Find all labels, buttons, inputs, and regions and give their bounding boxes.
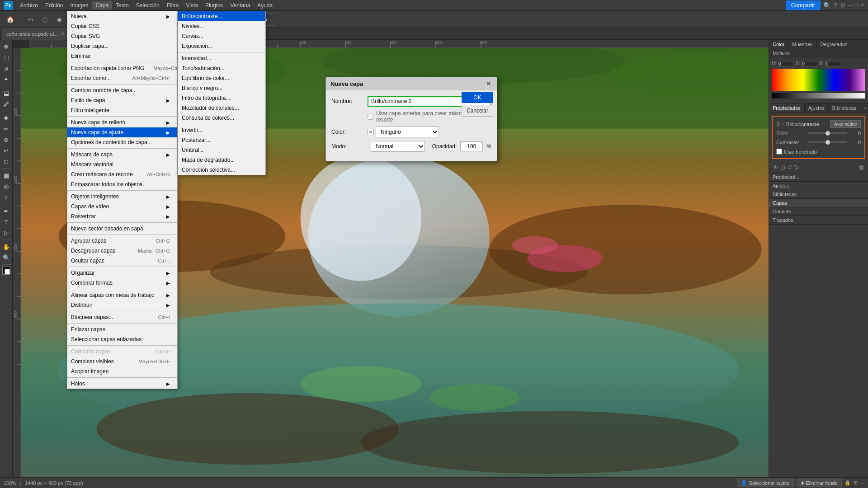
dm-combinar-visibles[interactable]: Combinar visiblesMayús+Ctrl+E [67,357,177,366]
sub-correccion[interactable]: Corrección selectiva... [178,165,265,175]
name-label: Nombre: [331,98,368,104]
sub-posterizar[interactable]: Posterizar... [178,135,265,145]
sub-sep2 [178,124,265,124]
dm-seleccionar-enlazadas[interactable]: Seleccionar capas enlazadas [67,334,177,344]
ok-button[interactable]: OK [462,92,493,103]
dialog-close-btn[interactable]: ✕ [485,80,492,87]
arrow-organizar: ▶ [166,271,170,276]
opacity-unit: % [486,143,491,150]
arrow-objetos: ▶ [166,194,170,199]
sub-umbral[interactable]: Umbral... [178,145,265,155]
dm-export-as[interactable]: Exportar como...Alt+Mayús+Ctrl+' [67,73,177,83]
sep3 [67,116,177,117]
sub-invertir[interactable]: Invertir... [178,125,265,135]
sub-mapa[interactable]: Mapa de degradado... [178,155,265,165]
arrow-mascara: ▶ [166,152,170,157]
sep9 [67,289,177,289]
arrow-nueva: ▶ [166,14,170,19]
sep2 [67,84,177,84]
cancel-button[interactable]: Cancelar [462,105,493,117]
dm-enmascarar[interactable]: Enmascarar todos los objetos [67,179,177,189]
dm-desagrupar[interactable]: Desagrupar capasMayús+Ctrl+G [67,246,177,256]
ajuste-submenu: Brillo/contraste... Niveles... Curvas...… [178,11,266,175]
dm-combinar-formas[interactable]: Combinar formas▶ [67,278,177,288]
sep6 [67,222,177,223]
arrow-rasterizar: ▶ [166,214,170,219]
dm-bloquear[interactable]: Bloquear capas...Ctrl+/ [67,312,177,322]
sep8 [67,267,177,267]
arrow-ajuste: ▶ [166,130,170,135]
mode-row: Modo: Normal Opacidad: % [331,141,491,152]
arrow-halos: ▶ [166,381,170,386]
dm-sector[interactable]: Nuevo sector basado en capa [67,224,177,234]
arrow-video: ▶ [166,204,170,209]
color-swatch: ✕ [368,129,374,135]
sep12 [67,345,177,346]
dm-copiar-svg[interactable]: Copiar SVG [67,31,177,41]
opacity-label: Opacidad: [432,143,457,150]
sub-consulta[interactable]: Consulta de colores... [178,113,265,123]
sub-niveles[interactable]: Niveles... [178,21,265,31]
dm-duplicar[interactable]: Duplicar capa... [67,41,177,51]
clip-checkbox[interactable] [368,114,373,120]
color-row: Color: ✕ Ninguno [331,127,491,137]
dm-mascara-capa[interactable]: Máscara de capa▶ [67,150,177,160]
dm-distribuir[interactable]: Distribuir▶ [67,300,177,310]
sub-intensidad[interactable]: Intensidad... [178,53,265,63]
dialog-title-bar: Nueva capa ✕ [326,77,497,90]
dm-nueva[interactable]: Nueva▶ [67,11,177,21]
dm-organizar[interactable]: Organizar▶ [67,268,177,278]
dialog-buttons: OK Cancelar [462,92,493,117]
dialog-body: OK Cancelar Nombre: Usar capa anterior p… [326,90,497,161]
dm-enlazar[interactable]: Enlazar capas [67,324,177,334]
dm-rasterizar[interactable]: Rasterizar▶ [67,211,177,221]
sep1 [67,62,177,62]
color-label: Color: [331,129,368,135]
dm-opciones-contenido[interactable]: Opciones de contenido de capa... [67,137,177,147]
opacity-input[interactable] [460,141,483,151]
sub-brillo[interactable]: Brillo/contraste... [178,11,265,21]
sep7 [67,235,177,235]
arrow-relleno: ▶ [166,120,170,125]
sub-tono[interactable]: Tono/saturación... [178,63,265,73]
dm-combinar-capas: Combinar capasCtrl+E [67,347,177,357]
dm-filtro-inteligente[interactable]: Filtro inteligente [67,105,177,115]
dm-nueva-ajuste[interactable]: Nueva capa de ajuste▶ [67,127,177,137]
dm-copiar-css[interactable]: Copiar CSS [67,21,177,31]
sub-blanconegro[interactable]: Blanco y negro... [178,83,265,93]
dialog-title: Nueva capa [330,80,363,87]
capa-dropdown: Nueva▶ Copiar CSS Copiar SVG Duplicar ca… [67,11,178,389]
dm-estilo[interactable]: Estilo de capa▶ [67,95,177,105]
new-layer-dialog: Nueva capa ✕ OK Cancelar Nombre: Usar ca… [326,77,497,161]
sub-sep1 [178,52,265,52]
dm-rename[interactable]: Cambiar nombre de capa... [67,85,177,95]
dm-agrupar[interactable]: Agrupar capasCtrl+G [67,236,177,246]
color-select-wrapper: ✕ Ninguno [368,127,439,137]
sub-exposicion[interactable]: Exposición... [178,41,265,51]
dm-halos[interactable]: Halos▶ [67,379,177,389]
mode-label: Modo: [331,143,367,150]
dm-crear-mascara[interactable]: Crear máscara de recorteAlt+Ctrl+G [67,169,177,179]
sep13 [67,377,177,378]
sub-filtro-foto[interactable]: Filtro de fotografía... [178,93,265,103]
dm-ocultar[interactable]: Ocultar capasCtrl+, [67,256,177,266]
color-select[interactable]: Ninguno [376,127,439,137]
arrow-estilo: ▶ [166,98,170,103]
sub-equilibrio[interactable]: Equilibrio de color... [178,73,265,83]
dm-video[interactable]: Capas de vídeo▶ [67,202,177,211]
mode-select[interactable]: Normal [371,141,425,152]
arrow-alinear: ▶ [166,293,170,298]
dm-nueva-relleno[interactable]: Nueva capa de relleno▶ [67,117,177,127]
sub-mezclador[interactable]: Mezclador de canales... [178,103,265,113]
dm-mascara-vectorial[interactable]: Máscara vectorial [67,160,177,169]
dm-eliminar[interactable]: Eliminar [67,51,177,61]
arrow-distribuir: ▶ [166,303,170,308]
dm-alinear[interactable]: Alinear capas con mesa de trabajo▶ [67,290,177,300]
dm-export-png[interactable]: Exportación rápida como PNGMayús+Ctrl+' [67,63,177,73]
sep11 [67,323,177,324]
dm-acoplar[interactable]: Acoplar imagen [67,366,177,376]
sub-curvas[interactable]: Curvas... [178,31,265,41]
sep5 [67,190,177,191]
sep4 [67,148,177,149]
dm-objetos[interactable]: Objetos inteligentes▶ [67,192,177,202]
